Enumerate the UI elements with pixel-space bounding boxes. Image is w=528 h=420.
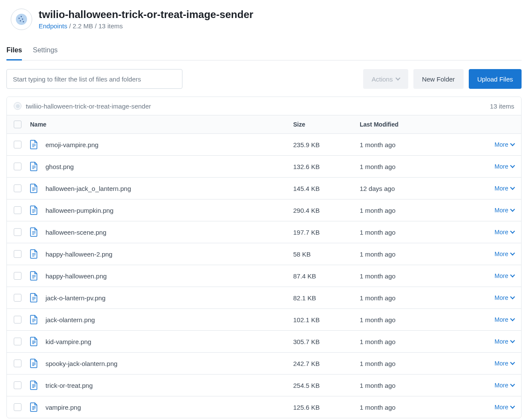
row-checkbox[interactable]	[14, 403, 21, 411]
file-size: 132.6 KB	[293, 163, 360, 170]
file-name[interactable]: happy-halloween.png	[46, 272, 107, 280]
more-button[interactable]: More	[495, 141, 514, 148]
more-button[interactable]: More	[495, 338, 514, 345]
file-name[interactable]: jack-o-lantern-pv.png	[46, 294, 106, 302]
chevron-down-icon	[510, 360, 515, 365]
file-name[interactable]: jack-olantern.png	[46, 316, 95, 323]
page-title: twilio-halloween-trick-or-treat-image-se…	[39, 9, 253, 21]
file-size: 102.1 KB	[293, 316, 360, 323]
tabs: Files Settings	[6, 43, 522, 60]
column-size[interactable]: Size	[293, 121, 360, 128]
panel-count: 13 items	[490, 103, 514, 110]
more-button[interactable]: More	[495, 404, 514, 411]
file-name[interactable]: halloween-pumpkin.png	[46, 207, 113, 214]
file-name[interactable]: vampire.png	[46, 404, 81, 411]
row-checkbox[interactable]	[14, 250, 21, 258]
row-checkbox[interactable]	[14, 163, 21, 170]
more-button[interactable]: More	[495, 251, 514, 257]
row-checkbox[interactable]	[14, 294, 21, 302]
table-row: jack-olantern.png 102.1 KB 1 month ago M…	[7, 309, 521, 331]
select-all-checkbox[interactable]	[14, 121, 21, 128]
chevron-down-icon	[510, 141, 515, 146]
file-icon	[30, 184, 38, 193]
file-name[interactable]: trick-or-treat.png	[46, 382, 93, 389]
chevron-down-icon	[510, 229, 515, 233]
file-size: 58 KB	[293, 251, 360, 258]
tab-settings[interactable]: Settings	[33, 43, 58, 60]
page-header: twilio-halloween-trick-or-treat-image-se…	[6, 9, 522, 30]
file-name[interactable]: halloween-scene.png	[46, 229, 106, 236]
file-name[interactable]: kid-vampire.png	[46, 338, 91, 345]
table-row: emoji-vampire.png 235.9 KB 1 month ago M…	[7, 134, 521, 156]
file-modified: 1 month ago	[360, 316, 484, 323]
more-button[interactable]: More	[495, 316, 514, 323]
file-name[interactable]: emoji-vampire.png	[46, 141, 98, 148]
file-modified: 1 month ago	[360, 272, 484, 280]
file-modified: 1 month ago	[360, 294, 484, 302]
row-checkbox[interactable]	[14, 316, 21, 323]
file-name[interactable]: ghost.png	[46, 163, 74, 170]
file-size: 145.4 KB	[293, 185, 360, 192]
row-checkbox[interactable]	[14, 360, 21, 367]
more-button[interactable]: More	[495, 163, 514, 170]
file-modified: 1 month ago	[360, 404, 484, 411]
more-button[interactable]: More	[495, 294, 514, 301]
file-name[interactable]: halloween-jack_o_lantern.png	[46, 185, 131, 192]
chevron-down-icon	[510, 163, 515, 168]
table-row: spooky-jack-olantern.png 242.7 KB 1 mont…	[7, 353, 521, 375]
file-icon	[30, 162, 38, 171]
more-button[interactable]: More	[495, 360, 514, 367]
file-icon	[30, 359, 38, 368]
breadcrumb-link[interactable]: Endpoints	[39, 22, 67, 30]
row-checkbox[interactable]	[14, 206, 21, 214]
table-row: happy-halloween-2.png 58 KB 1 month ago …	[7, 243, 521, 265]
file-icon	[30, 337, 38, 346]
file-size: 197.7 KB	[293, 229, 360, 236]
more-button[interactable]: More	[495, 185, 514, 192]
file-name[interactable]: happy-halloween-2.png	[46, 251, 112, 258]
file-size: 242.7 KB	[293, 360, 360, 367]
tab-files[interactable]: Files	[6, 43, 22, 60]
file-size: 235.9 KB	[293, 141, 360, 148]
file-modified: 1 month ago	[360, 163, 484, 170]
panel-path: twiliio-halloween-trick-or-treat-image-s…	[26, 103, 151, 110]
file-icon	[30, 402, 38, 412]
upload-files-button[interactable]: Upload Files	[469, 69, 522, 89]
filter-input[interactable]	[6, 69, 182, 89]
more-button[interactable]: More	[495, 382, 514, 389]
row-checkbox[interactable]	[14, 381, 21, 389]
table-row: halloween-scene.png 197.7 KB 1 month ago…	[7, 221, 521, 243]
chevron-down-icon	[510, 316, 515, 321]
table-row: halloween-pumpkin.png 290.4 KB 1 month a…	[7, 199, 521, 221]
row-checkbox[interactable]	[14, 184, 21, 192]
more-button[interactable]: More	[495, 272, 514, 279]
file-modified: 1 month ago	[360, 207, 484, 214]
file-modified: 1 month ago	[360, 338, 484, 345]
column-name[interactable]: Name	[30, 121, 293, 128]
file-modified: 1 month ago	[360, 141, 484, 148]
row-checkbox[interactable]	[14, 272, 21, 280]
table-row: vampire.png 125.6 KB 1 month ago More	[7, 396, 521, 418]
file-size: 290.4 KB	[293, 207, 360, 214]
file-name[interactable]: spooky-jack-olantern.png	[46, 360, 118, 367]
file-modified: 1 month ago	[360, 382, 484, 389]
breadcrumb-size: 2.2 MB	[73, 22, 93, 30]
row-checkbox[interactable]	[14, 338, 21, 345]
file-icon	[30, 249, 38, 259]
file-size: 305.7 KB	[293, 338, 360, 345]
chevron-down-icon	[510, 207, 515, 212]
row-checkbox[interactable]	[14, 141, 21, 148]
file-icon	[30, 315, 38, 324]
file-size: 254.5 KB	[293, 382, 360, 389]
row-checkbox[interactable]	[14, 228, 21, 236]
app-icon	[11, 9, 32, 30]
more-button[interactable]: More	[495, 207, 514, 214]
table-row: jack-o-lantern-pv.png 82.1 KB 1 month ag…	[7, 287, 521, 309]
new-folder-button[interactable]: New Folder	[413, 69, 464, 89]
column-modified[interactable]: Last Modified	[360, 121, 484, 128]
table-row: happy-halloween.png 87.4 KB 1 month ago …	[7, 265, 521, 287]
file-icon	[30, 293, 38, 302]
chevron-down-icon	[510, 294, 515, 299]
more-button[interactable]: More	[495, 229, 514, 236]
file-icon	[30, 227, 38, 237]
